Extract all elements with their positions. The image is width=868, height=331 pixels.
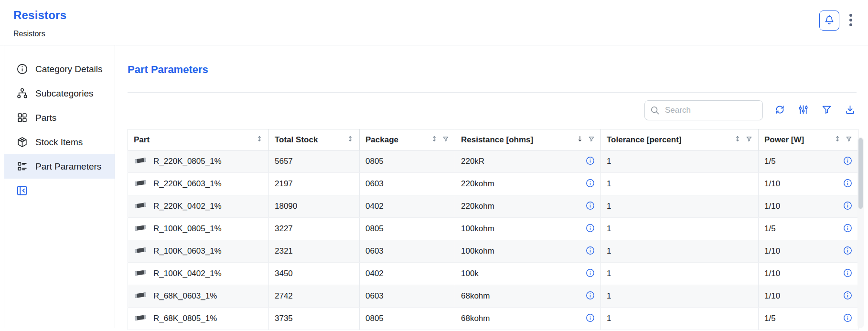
tolerance-cell: 1: [601, 150, 759, 173]
info-icon: [843, 268, 852, 279]
filter-funnel-icon[interactable]: [846, 135, 852, 145]
sort-icon: [347, 135, 354, 145]
sort-icon: [256, 135, 263, 145]
table-row[interactable]: R_220K_0603_1% 2197 0603 220kohm 1 1/10: [128, 173, 858, 195]
table-row[interactable]: R_220K_0402_1% 18090 0402 220kohm 1 1/10: [128, 195, 858, 218]
table-header-row: Part Total Stoc: [128, 129, 858, 150]
info-icon: [843, 179, 852, 189]
info-icon: [586, 246, 595, 256]
table-row[interactable]: R_100K_0402_1% 3450 0402 100k 1 1/10: [128, 263, 858, 285]
filter-button[interactable]: [820, 103, 833, 117]
header-titles: Resistors Resistors: [13, 9, 66, 38]
search-input[interactable]: [644, 100, 763, 120]
sidebar-item-parts[interactable]: Parts: [4, 106, 115, 130]
table-row[interactable]: R_100K_0805_1% 3227 0805 100kohm 1 1/5: [128, 218, 858, 240]
info-icon: [843, 291, 852, 301]
tolerance-cell: 1: [601, 195, 759, 218]
table-row[interactable]: R_100K_0603_1% 2321 0603 100kohm 1 1/10: [128, 240, 858, 263]
sort-desc-icon: [577, 135, 583, 145]
table-row[interactable]: R_68K_0805_1% 3735 0805 68kohm 1 1/5: [128, 308, 858, 330]
sidebar-item-label: Subcategories: [35, 88, 93, 99]
parameters-table: Part Total Stoc: [128, 129, 858, 330]
filter-funnel-icon[interactable]: [442, 135, 449, 145]
table-row[interactable]: R_220K_0805_1% 5657 0805 220kR 1 1/5: [128, 150, 858, 173]
parameter-info-button[interactable]: [843, 313, 852, 324]
filter-icon: [821, 104, 832, 117]
parameter-info-button[interactable]: [843, 179, 852, 189]
search-icon: [650, 105, 660, 117]
refresh-button[interactable]: [773, 103, 786, 117]
parameter-info-button[interactable]: [586, 291, 595, 301]
sort-icon: [431, 135, 438, 145]
package-cell: 0402: [360, 263, 455, 285]
package-cell: 0603: [360, 173, 455, 195]
tolerance-cell: 1: [601, 173, 759, 195]
info-icon: [843, 201, 852, 212]
column-header-total-stock[interactable]: Total Stock: [269, 129, 360, 150]
column-label: Resistance [ohms]: [461, 135, 533, 145]
parameter-info-button[interactable]: [843, 291, 852, 301]
breadcrumb[interactable]: Resistors: [13, 30, 66, 38]
notifications-button[interactable]: [819, 11, 839, 31]
part-name: R_100K_0805_1%: [153, 224, 222, 234]
power-value: 1/10: [764, 291, 780, 301]
parameter-info-button[interactable]: [843, 201, 852, 212]
vertical-scrollbar[interactable]: [857, 137, 864, 328]
column-header-resistance[interactable]: Resistance [ohms]: [455, 129, 601, 150]
section-divider: [128, 92, 857, 93]
parameter-info-button[interactable]: [586, 313, 595, 324]
parameter-info-button[interactable]: [843, 224, 852, 234]
table-body: R_220K_0805_1% 5657 0805 220kR 1 1/5: [128, 150, 858, 330]
download-button[interactable]: [844, 103, 857, 117]
sidebar-item-stock-items[interactable]: Stock Items: [4, 130, 115, 154]
total-stock-cell: 3227: [269, 218, 360, 240]
info-icon: [843, 224, 852, 234]
parameter-info-button[interactable]: [586, 201, 595, 212]
refresh-icon: [774, 104, 785, 117]
package-cell: 0603: [360, 240, 455, 263]
column-header-package[interactable]: Package: [360, 129, 455, 150]
info-icon: [586, 201, 595, 212]
parameter-info-button[interactable]: [586, 156, 595, 167]
resistance-value: 100kohm: [461, 224, 494, 234]
column-header-power[interactable]: Power [W]: [759, 129, 858, 150]
column-settings-button[interactable]: [797, 103, 810, 117]
grid-icon: [16, 112, 28, 124]
sidebar-item-subcategories[interactable]: Subcategories: [4, 81, 115, 106]
column-header-tolerance[interactable]: Tolerance [percent]: [601, 129, 759, 150]
boxes-icon: [16, 136, 28, 148]
power-value: 1/10: [764, 246, 780, 256]
list-details-icon: [16, 160, 28, 172]
parameter-info-button[interactable]: [843, 156, 852, 167]
info-icon: [586, 156, 595, 167]
table-row[interactable]: R_68K_0603_1% 2742 0603 68kohm 1 1/10: [128, 285, 858, 308]
column-header-part[interactable]: Part: [128, 129, 269, 150]
column-label: Part: [134, 135, 150, 145]
parameter-info-button[interactable]: [586, 268, 595, 279]
sidebar-collapse-button[interactable]: [16, 184, 28, 198]
overflow-menu-button[interactable]: [848, 11, 854, 30]
tolerance-cell: 1: [601, 285, 759, 308]
info-icon: [843, 246, 852, 256]
page-title: Resistors: [13, 9, 66, 22]
filter-funnel-icon[interactable]: [588, 135, 595, 145]
column-label: Tolerance [percent]: [607, 135, 682, 145]
parameter-info-button[interactable]: [843, 246, 852, 256]
sidebar-item-label: Stock Items: [35, 137, 83, 148]
resistor-thumbnail: [134, 179, 147, 190]
parameter-info-button[interactable]: [843, 268, 852, 279]
bell-icon: [824, 14, 835, 27]
sidebar-item-label: Parts: [35, 113, 56, 123]
parameter-info-button[interactable]: [586, 246, 595, 256]
sidebar-item-part-parameters[interactable]: Part Parameters: [4, 154, 115, 179]
resistor-thumbnail: [134, 291, 147, 302]
sidebar: Category Details Subcategories: [4, 45, 115, 328]
parameter-info-button[interactable]: [586, 224, 595, 234]
part-name: R_220K_0603_1%: [153, 179, 222, 189]
parameter-info-button[interactable]: [586, 179, 595, 189]
scrollbar-thumb[interactable]: [858, 138, 863, 209]
sidebar-item-label: Part Parameters: [35, 161, 101, 172]
part-name: R_220K_0402_1%: [153, 202, 222, 211]
filter-funnel-icon[interactable]: [746, 135, 752, 145]
sidebar-item-category-details[interactable]: Category Details: [4, 57, 115, 81]
